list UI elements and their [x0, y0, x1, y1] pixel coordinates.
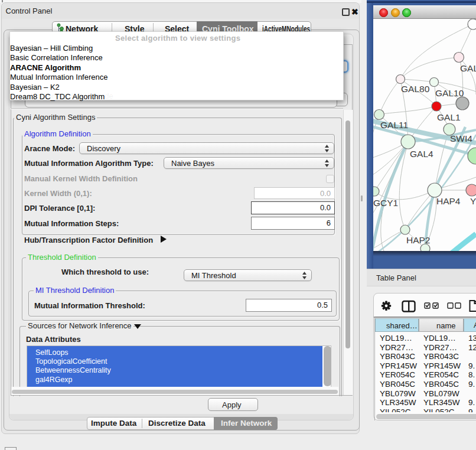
svg-text:GAL: GAL: [460, 63, 476, 73]
svg-text:GAL11: GAL11: [380, 120, 408, 130]
svg-text:GCY1: GCY1: [373, 198, 398, 208]
svg-text:SWI4: SWI4: [450, 133, 472, 144]
svg-text:GAL80: GAL80: [401, 84, 430, 94]
svg-text:Y: Y: [470, 196, 476, 206]
svg-text:HAP4: HAP4: [436, 196, 461, 206]
svg-text:HAP2: HAP2: [406, 235, 431, 245]
svg-text:GAL1: GAL1: [437, 112, 461, 122]
svg-text:GAL10: GAL10: [435, 88, 464, 98]
svg-text:GAL4: GAL4: [410, 149, 433, 159]
